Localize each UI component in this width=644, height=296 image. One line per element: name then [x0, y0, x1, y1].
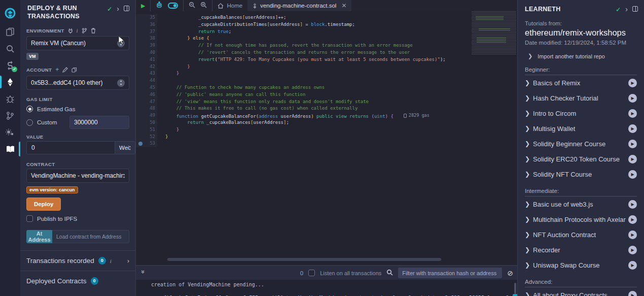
- code-line[interactable]: 37 return true;: [136, 28, 517, 36]
- tutorial-item[interactable]: ❯Hash Checker Tutorial▶: [525, 90, 637, 106]
- code-line[interactable]: 44: [136, 77, 517, 84]
- play-tutorial-button[interactable]: ▶: [628, 291, 637, 296]
- environment-info-icon[interactable]: i: [77, 27, 78, 34]
- code-line[interactable]: 35 _cupcakeBalances[userAddress]++;: [136, 14, 517, 21]
- code-line[interactable]: 51 }: [136, 126, 517, 134]
- play-tutorial-button[interactable]: ▶: [628, 231, 637, 239]
- breakpoint-margin[interactable]: [136, 14, 145, 21]
- debugger-icon[interactable]: [0, 90, 20, 107]
- code-line[interactable]: 48 // This makes it free to call (no gas…: [136, 105, 517, 112]
- tutorial-item[interactable]: ❯Solidity Beginner Course▶: [525, 136, 637, 151]
- custom-gas-input[interactable]: [69, 116, 129, 129]
- play-tutorial-button[interactable]: ▶: [628, 246, 637, 254]
- edit-account-icon[interactable]: [62, 67, 68, 73]
- play-tutorial-button[interactable]: ▶: [628, 261, 637, 270]
- import-repo-row[interactable]: ❯ Import another tutorial repo: [528, 53, 637, 59]
- copilot-toggle[interactable]: [168, 3, 178, 9]
- tutorial-item[interactable]: ❯NFT Auction Contract▶: [525, 227, 637, 242]
- pin-panel-icon[interactable]: [632, 6, 638, 12]
- custom-gas-radio[interactable]: [26, 119, 33, 126]
- tutorial-item[interactable]: ❯All about Proxy Contracts▶: [525, 287, 637, 296]
- play-tutorial-button[interactable]: ▶: [628, 140, 637, 148]
- play-tutorial-button[interactable]: ▶: [628, 200, 637, 209]
- search-icon[interactable]: [0, 40, 20, 57]
- terminal-scrollbar[interactable]: [514, 283, 516, 294]
- breakpoint-margin[interactable]: [136, 105, 145, 112]
- deployed-contracts-row[interactable]: Deployed Contracts 0: [20, 271, 135, 291]
- code-line[interactable]: 50 return _cupcakeBalances[userAddress];: [136, 119, 517, 126]
- transaction-filter-input[interactable]: [398, 268, 502, 278]
- zoom-in-icon[interactable]: [200, 1, 207, 10]
- terminal-search-icon[interactable]: [386, 269, 393, 278]
- code-line[interactable]: 38 } else {: [136, 35, 517, 42]
- remix-logo-icon[interactable]: [0, 4, 20, 23]
- pin-panel-icon[interactable]: [124, 6, 129, 11]
- fork-icon[interactable]: [82, 28, 87, 34]
- tutorial-item[interactable]: ❯Multichain Protocols with Axelar▶: [525, 212, 637, 227]
- play-tutorial-button[interactable]: ▶: [628, 170, 637, 179]
- tutorial-item[interactable]: ❯Solidity ERC20 Token Course▶: [525, 151, 637, 167]
- transactions-info-icon[interactable]: i: [110, 258, 112, 264]
- breakpoint-margin[interactable]: [136, 134, 145, 141]
- at-address-input[interactable]: [52, 230, 129, 243]
- horizontal-scrollbar[interactable]: [167, 258, 441, 261]
- code-line[interactable]: 42 }: [136, 63, 517, 71]
- code-line[interactable]: 39 // If not enough time has passed, rev…: [136, 42, 517, 49]
- deploy-run-icon[interactable]: [0, 74, 20, 90]
- breakpoint-margin[interactable]: [136, 119, 145, 126]
- code-line[interactable]: 52}: [136, 134, 517, 141]
- breakpoint-margin[interactable]: [136, 98, 145, 106]
- copy-account-icon[interactable]: [71, 67, 77, 73]
- code-line[interactable]: 49 function getCupcakeBalanceFor(address…: [136, 112, 517, 119]
- run-script-icon[interactable]: ▶: [141, 3, 145, 9]
- tutorial-item[interactable]: ❯Uniswap Swap Course▶: [525, 257, 637, 273]
- plug-icon[interactable]: [68, 28, 73, 34]
- breakpoint-margin[interactable]: [136, 84, 145, 91]
- chevron-right-icon[interactable]: ›: [127, 257, 129, 265]
- breakpoint-margin[interactable]: [136, 126, 145, 134]
- debug-button[interactable]: Debug: [513, 294, 517, 296]
- breakpoint-margin[interactable]: [136, 70, 145, 77]
- play-tutorial-button[interactable]: ▶: [628, 215, 637, 224]
- learneth-icon[interactable]: [0, 141, 20, 157]
- code-line[interactable]: 47 // 'view' means this function only re…: [136, 98, 517, 106]
- code-line[interactable]: 36 _cupcakeDistributionTimes[userAddress…: [136, 21, 517, 28]
- ai-copilot-icon[interactable]: [156, 1, 163, 10]
- expand-panel-icon[interactable]: ›: [117, 6, 119, 12]
- tutorial-item[interactable]: ❯Recorder▶: [525, 242, 637, 257]
- breakpoint-margin[interactable]: [136, 21, 145, 28]
- value-input[interactable]: [26, 141, 115, 154]
- plugin-manager-icon[interactable]: [0, 124, 20, 141]
- transactions-recorded-row[interactable]: Transactions recorded 0 i ›: [20, 251, 135, 271]
- tutorial-item[interactable]: ❯Solidity NFT Course▶: [525, 167, 637, 182]
- close-tab-icon[interactable]: ✕: [341, 2, 346, 9]
- tab-home[interactable]: Home: [212, 0, 247, 11]
- play-tutorial-button[interactable]: ▶: [628, 94, 637, 103]
- estimated-gas-radio[interactable]: [26, 106, 33, 112]
- breakpoint-margin[interactable]: [136, 28, 145, 36]
- breakpoint-margin[interactable]: [136, 35, 145, 42]
- breakpoint-margin[interactable]: [136, 91, 145, 98]
- breakpoint-margin[interactable]: [136, 63, 145, 71]
- git-icon[interactable]: [0, 107, 20, 124]
- play-tutorial-button[interactable]: ▶: [628, 109, 637, 118]
- deploy-button[interactable]: Deploy: [26, 198, 61, 211]
- code-line[interactable]: 43 }: [136, 70, 517, 77]
- zoom-out-icon[interactable]: [189, 1, 195, 10]
- tutorial-item[interactable]: ❯Multisig Wallet▶: [525, 121, 637, 136]
- code-line[interactable]: 45 // Function to check how many cupcake…: [136, 84, 517, 91]
- breakpoint-margin[interactable]: [136, 56, 145, 63]
- code-line[interactable]: 46 // 'public' means anyone can call thi…: [136, 91, 517, 98]
- active-line-dot[interactable]: [136, 140, 145, 147]
- code-line[interactable]: 53: [136, 140, 517, 147]
- breakpoint-margin[interactable]: [136, 112, 145, 119]
- add-account-icon[interactable]: +: [55, 66, 59, 73]
- play-tutorial-button[interactable]: ▶: [628, 155, 637, 163]
- environment-select[interactable]: Remix VM (Cancun) ▴▾: [26, 36, 129, 50]
- tutorial-item[interactable]: ❯Basics of Remix▶: [525, 75, 637, 90]
- listen-all-checkbox[interactable]: [308, 270, 315, 276]
- minimap[interactable]: [472, 11, 516, 55]
- breakpoint-margin[interactable]: [136, 42, 145, 49]
- publish-ipfs-checkbox[interactable]: [26, 215, 33, 222]
- contract-select[interactable]: VendingMachine - vending-machin ▴▾: [26, 169, 129, 183]
